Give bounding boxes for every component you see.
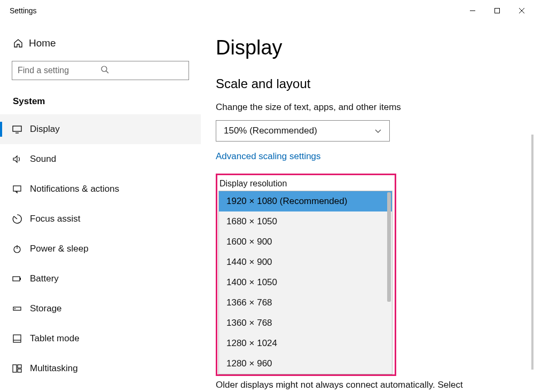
sidebar-item-label: Storage xyxy=(30,303,62,314)
sidebar-item-label: Focus assist xyxy=(30,214,80,224)
scale-label: Change the size of text, apps, and other… xyxy=(216,102,518,113)
svg-rect-20 xyxy=(18,369,21,372)
sidebar-item-sound[interactable]: Sound xyxy=(0,144,201,174)
sidebar-item-tablet-mode[interactable]: Tablet mode xyxy=(0,324,201,354)
resolution-option[interactable]: 1280 × 960 xyxy=(219,354,392,374)
sidebar-item-label: Multitasking xyxy=(30,363,78,374)
sidebar-item-label: Display xyxy=(30,124,60,135)
svg-point-15 xyxy=(14,308,15,309)
chevron-down-icon xyxy=(374,127,382,135)
focus-assist-icon xyxy=(12,214,30,224)
svg-line-9 xyxy=(14,216,17,219)
sidebar-item-power-sleep[interactable]: Power & sleep xyxy=(0,234,201,264)
sidebar-item-focus-assist[interactable]: Focus assist xyxy=(0,204,201,234)
search-icon xyxy=(100,65,183,76)
dropdown-scrollbar[interactable] xyxy=(387,192,391,302)
multitasking-icon xyxy=(12,363,30,374)
sidebar-item-label: Battery xyxy=(30,273,59,284)
resolution-dropdown[interactable]: 1920 × 1080 (Recommended) 1680 × 1050 16… xyxy=(218,191,392,374)
resolution-option[interactable]: 1366 × 768 xyxy=(219,293,392,313)
svg-rect-12 xyxy=(13,277,20,281)
resolution-option[interactable]: 1360 × 768 xyxy=(219,313,392,333)
window-title: Settings xyxy=(10,6,37,15)
section-title: Scale and layout xyxy=(216,76,518,91)
storage-icon xyxy=(12,303,30,314)
sidebar-item-battery[interactable]: Battery xyxy=(0,264,201,294)
resolution-option[interactable]: 1600 × 900 xyxy=(219,232,392,252)
sidebar-item-label: Power & sleep xyxy=(30,244,89,254)
svg-rect-19 xyxy=(18,365,21,368)
page-title: Display xyxy=(216,36,518,59)
sidebar-item-storage[interactable]: Storage xyxy=(0,294,201,324)
sidebar-item-label: Notifications & actions xyxy=(30,184,119,194)
svg-rect-6 xyxy=(13,126,21,131)
search-placeholder: Find a setting xyxy=(18,66,100,75)
search-input[interactable]: Find a setting xyxy=(12,61,189,80)
resolution-option[interactable]: 1400 × 1050 xyxy=(219,272,392,293)
resolution-option[interactable]: 1440 × 900 xyxy=(219,252,392,272)
svg-rect-8 xyxy=(13,186,21,191)
svg-point-4 xyxy=(101,66,107,72)
resolution-label: Display resolution xyxy=(218,178,392,191)
scale-combo-value: 150% (Recommended) xyxy=(224,126,317,136)
resolution-option[interactable]: 1920 × 1080 (Recommended) xyxy=(219,191,392,211)
resolution-highlight-box: Display resolution 1920 × 1080 (Recommen… xyxy=(216,174,396,376)
scale-combo[interactable]: 150% (Recommended) xyxy=(216,120,390,142)
advanced-scaling-link[interactable]: Advanced scaling settings xyxy=(216,151,321,162)
maximize-button[interactable] xyxy=(485,0,509,21)
power-icon xyxy=(12,244,30,254)
home-label: Home xyxy=(29,37,56,49)
svg-rect-1 xyxy=(495,9,500,13)
display-icon xyxy=(12,124,30,135)
battery-icon xyxy=(12,273,30,284)
svg-line-5 xyxy=(106,71,108,73)
obscured-help-text: Older displays might not always connect … xyxy=(216,378,483,392)
titlebar: Settings xyxy=(0,0,534,21)
svg-rect-18 xyxy=(13,365,17,372)
tablet-icon xyxy=(12,333,30,344)
svg-rect-13 xyxy=(20,278,21,280)
resolution-option[interactable]: 1680 × 1050 xyxy=(219,211,392,232)
sidebar-item-label: Tablet mode xyxy=(30,333,80,344)
sidebar-item-display[interactable]: Display xyxy=(0,114,201,144)
sound-icon xyxy=(12,154,30,164)
close-button[interactable] xyxy=(509,0,534,21)
notifications-icon xyxy=(12,184,30,194)
sidebar: Home Find a setting System Display Sound xyxy=(0,21,201,392)
window-buttons xyxy=(460,0,534,21)
home-icon xyxy=(13,38,29,49)
resolution-option[interactable]: 1280 × 1024 xyxy=(219,333,392,354)
svg-rect-16 xyxy=(13,335,21,342)
sidebar-item-label: Sound xyxy=(30,154,56,164)
home-nav-item[interactable]: Home xyxy=(0,32,201,54)
minimize-button[interactable] xyxy=(460,0,485,21)
content-scrollbar[interactable] xyxy=(531,135,533,370)
content-area: Display Scale and layout Change the size… xyxy=(201,21,534,392)
sidebar-section-label: System xyxy=(0,87,201,114)
sidebar-item-multitasking[interactable]: Multitasking xyxy=(0,354,201,383)
sidebar-item-notifications[interactable]: Notifications & actions xyxy=(0,174,201,204)
